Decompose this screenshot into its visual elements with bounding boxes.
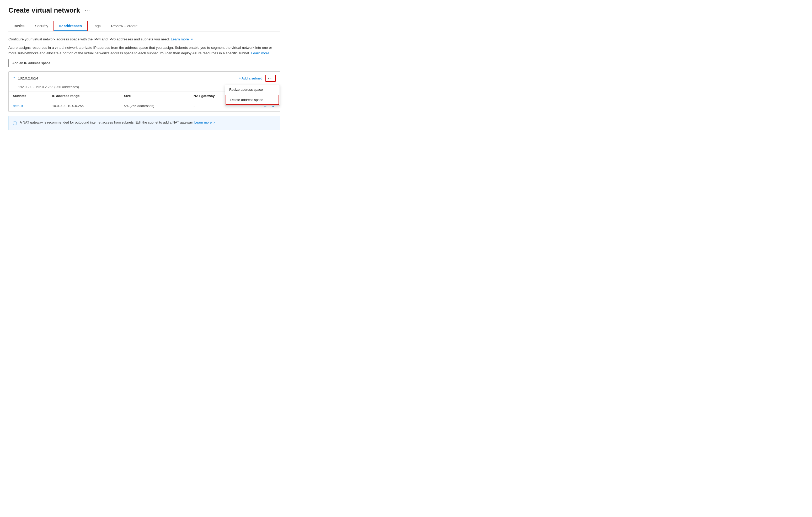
- description-line2: Azure assigns resources in a virtual net…: [8, 45, 280, 56]
- info-banner-text: A NAT gateway is recommended for outboun…: [20, 120, 215, 125]
- col-header-ip-range: IP address range: [48, 91, 120, 100]
- context-menu: Resize address space Delete address spac…: [225, 85, 280, 106]
- description-line1: Configure your virtual network address s…: [8, 37, 280, 42]
- header-actions: + Add a subnet ···: [237, 75, 276, 82]
- subnet-name: default: [9, 100, 48, 112]
- learn-more-link-2[interactable]: Learn more: [251, 51, 269, 55]
- add-subnet-button[interactable]: + Add a subnet: [237, 75, 263, 81]
- subnet-size: /24 (256 addresses): [120, 100, 190, 112]
- external-link-icon-1: ↗: [191, 38, 193, 41]
- external-link-icon-2: ↗: [213, 121, 215, 124]
- info-banner: ⓘ A NAT gateway is recommended for outbo…: [8, 116, 280, 131]
- add-ip-address-space-button[interactable]: Add an IP address space: [8, 59, 54, 67]
- address-space-card: ⌃ 192.0.2.0/24 + Add a subnet ··· Resize…: [8, 71, 280, 112]
- col-header-subnets: Subnets: [9, 91, 48, 100]
- subnet-ip-range: 10.0.0.0 - 10.0.0.255: [48, 100, 120, 112]
- learn-more-link-1[interactable]: Learn more ↗: [171, 37, 193, 41]
- tab-review-create[interactable]: Review + create: [106, 21, 143, 31]
- page-title: Create virtual network: [8, 6, 80, 15]
- tab-bar: Basics Security IP addresses Tags Review…: [8, 21, 280, 31]
- tab-tags[interactable]: Tags: [88, 21, 106, 31]
- info-banner-learn-more[interactable]: Learn more ↗: [194, 120, 215, 124]
- page-ellipsis-button[interactable]: ···: [83, 7, 92, 13]
- context-menu-delete[interactable]: Delete address space: [226, 95, 279, 105]
- tab-security[interactable]: Security: [30, 21, 54, 31]
- subnet-link[interactable]: default: [13, 104, 23, 108]
- address-space-header: ⌃ 192.0.2.0/24 + Add a subnet ··· Resize…: [9, 71, 280, 85]
- col-header-size: Size: [120, 91, 190, 100]
- info-icon: ⓘ: [13, 120, 17, 126]
- collapse-chevron-icon: ⌃: [13, 76, 16, 80]
- more-options-button[interactable]: ···: [265, 75, 276, 82]
- tab-basics[interactable]: Basics: [8, 21, 30, 31]
- context-menu-resize[interactable]: Resize address space: [225, 85, 280, 94]
- address-cidr: 192.0.2.0/24: [18, 76, 38, 80]
- tab-ip-addresses[interactable]: IP addresses: [54, 21, 88, 31]
